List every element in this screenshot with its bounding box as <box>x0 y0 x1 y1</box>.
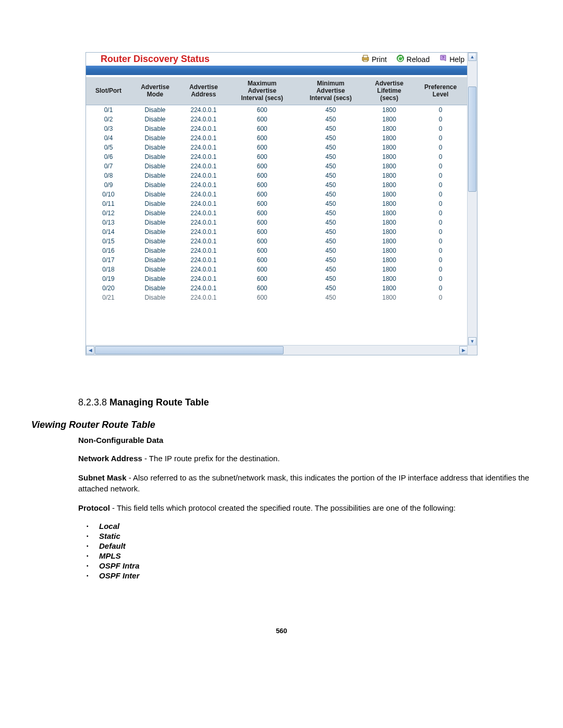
col-min-interval: MinimumAdvertiseInterval (secs) <box>297 77 365 105</box>
cell-min: 450 <box>297 133 365 143</box>
hscroll-track[interactable] <box>95 346 459 355</box>
router-discovery-table: Slot/Port AdvertiseMode AdvertiseAddress… <box>86 77 468 302</box>
cell-max: 600 <box>228 227 297 237</box>
vertical-scrollbar[interactable]: ▲ ▼ <box>467 53 477 346</box>
cell-mode: Disable <box>131 237 179 246</box>
table-row: 0/4Disable224.0.0.160045018000 <box>86 133 468 143</box>
cell-pref: 0 <box>413 218 468 227</box>
cell-max: 600 <box>228 115 297 124</box>
scroll-left-arrow-icon[interactable]: ◀ <box>86 346 94 354</box>
vscroll-track[interactable] <box>468 61 477 337</box>
list-item: OSPF Inter <box>99 571 532 580</box>
cell-mode: Disable <box>131 124 179 133</box>
cell-life: 1800 <box>365 171 413 180</box>
reload-button[interactable]: Reload <box>396 54 430 64</box>
protocol-list: LocalStaticDefaultMPLSOSPF IntraOSPF Int… <box>99 522 532 580</box>
cell-pref: 0 <box>413 143 468 152</box>
cell-min: 450 <box>297 152 365 162</box>
cell-min: 450 <box>297 143 365 152</box>
cell-slot: 0/10 <box>86 190 131 199</box>
cell-max: 600 <box>228 105 297 115</box>
cell-life: 1800 <box>365 180 413 190</box>
cell-pref: 0 <box>413 190 468 199</box>
title-bar-accent <box>86 66 468 75</box>
cell-life: 1800 <box>365 143 413 152</box>
cell-addr: 224.0.0.1 <box>179 115 228 124</box>
cell-pref: 0 <box>413 105 468 115</box>
scroll-up-arrow-icon[interactable]: ▲ <box>468 53 476 61</box>
svg-text:?: ? <box>442 55 445 60</box>
cell-life: 1800 <box>365 133 413 143</box>
cell-life: 1800 <box>365 237 413 246</box>
cell-mode: Disable <box>131 227 179 237</box>
cell-pref: 0 <box>413 293 468 302</box>
cell-min: 450 <box>297 208 365 218</box>
cell-life: 1800 <box>365 255 413 265</box>
cell-slot: 0/8 <box>86 171 131 180</box>
cell-mode: Disable <box>131 115 179 124</box>
cell-pref: 0 <box>413 162 468 171</box>
horizontal-scrollbar[interactable]: ◀ ▶ <box>86 345 468 355</box>
cell-life: 1800 <box>365 199 413 208</box>
cell-max: 600 <box>228 180 297 190</box>
cell-addr: 224.0.0.1 <box>179 143 228 152</box>
cell-pref: 0 <box>413 208 468 218</box>
reload-icon <box>396 54 405 64</box>
cell-mode: Disable <box>131 152 179 162</box>
cell-pref: 0 <box>413 171 468 180</box>
cell-min: 450 <box>297 237 365 246</box>
print-button[interactable]: Print <box>361 54 387 64</box>
scroll-down-arrow-icon[interactable]: ▼ <box>468 337 476 346</box>
svg-rect-1 <box>363 55 368 58</box>
cell-min: 450 <box>297 246 365 255</box>
table-row: 0/7Disable224.0.0.160045018000 <box>86 162 468 171</box>
cell-slot: 0/19 <box>86 274 131 283</box>
subheading: Viewing Router Route Table <box>31 419 532 430</box>
cell-slot: 0/7 <box>86 162 131 171</box>
cell-addr: 224.0.0.1 <box>179 255 228 265</box>
cell-mode: Disable <box>131 180 179 190</box>
table-row: 0/12Disable224.0.0.160045018000 <box>86 208 468 218</box>
section-title: Managing Route Table <box>109 397 209 408</box>
table-row: 0/2Disable224.0.0.160045018000 <box>86 115 468 124</box>
def-text: - Also referred to as the subnet/network… <box>78 473 529 493</box>
cell-min: 450 <box>297 199 365 208</box>
scroll-right-arrow-icon[interactable]: ▶ <box>459 346 468 354</box>
cell-addr: 224.0.0.1 <box>179 152 228 162</box>
def-subnet-mask: Subnet Mask - Also referred to as the su… <box>78 472 532 494</box>
cell-slot: 0/14 <box>86 227 131 237</box>
cell-slot: 0/15 <box>86 237 131 246</box>
def-text: - This field tells which protocol create… <box>110 503 456 512</box>
vscroll-thumb[interactable] <box>468 87 476 192</box>
cell-life: 1800 <box>365 190 413 199</box>
cell-max: 600 <box>228 237 297 246</box>
cell-addr: 224.0.0.1 <box>179 218 228 227</box>
cell-min: 450 <box>297 293 365 302</box>
hscroll-thumb[interactable] <box>95 346 284 354</box>
table-row: 0/13Disable224.0.0.160045018000 <box>86 218 468 227</box>
cell-pref: 0 <box>413 246 468 255</box>
cell-slot: 0/21 <box>86 293 131 302</box>
cell-pref: 0 <box>413 283 468 293</box>
list-item: Static <box>99 532 532 540</box>
cell-slot: 0/9 <box>86 180 131 190</box>
help-button[interactable]: ? Help <box>439 54 464 64</box>
cell-life: 1800 <box>365 152 413 162</box>
cell-max: 600 <box>228 190 297 199</box>
cell-min: 450 <box>297 274 365 283</box>
table-row: 0/16Disable224.0.0.160045018000 <box>86 246 468 255</box>
cell-addr: 224.0.0.1 <box>179 227 228 237</box>
cell-slot: 0/5 <box>86 143 131 152</box>
col-max-interval: MaximumAdvertiseInterval (secs) <box>228 77 297 105</box>
cell-slot: 0/18 <box>86 265 131 274</box>
col-advertise-lifetime: AdvertiseLifetime(secs) <box>365 77 413 105</box>
table-row: 0/3Disable224.0.0.160045018000 <box>86 124 468 133</box>
cell-addr: 224.0.0.1 <box>179 162 228 171</box>
def-protocol: Protocol - This field tells which protoc… <box>78 502 532 513</box>
cell-max: 600 <box>228 152 297 162</box>
cell-mode: Disable <box>131 171 179 180</box>
def-network-address: Network Address - The IP route prefix fo… <box>78 453 532 464</box>
col-advertise-address: AdvertiseAddress <box>179 77 228 105</box>
cell-max: 600 <box>228 143 297 152</box>
table-row: 0/15Disable224.0.0.160045018000 <box>86 237 468 246</box>
